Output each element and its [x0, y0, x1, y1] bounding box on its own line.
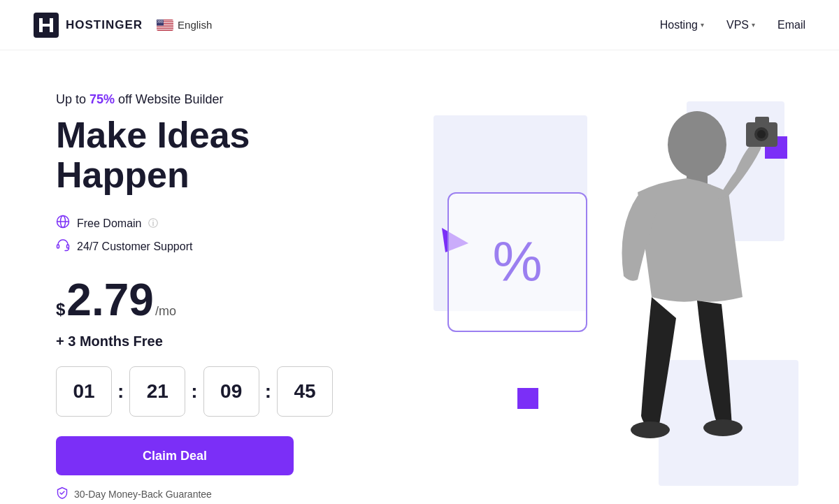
svg-point-31 — [668, 111, 726, 178]
svg-point-18 — [161, 21, 162, 22]
hero-headline: Make Ideas Happen — [56, 115, 392, 195]
nav-item-hosting[interactable]: Hosting ▾ — [660, 19, 704, 31]
header: HOSTINGER — [0, 0, 839, 50]
svg-point-25 — [163, 22, 164, 22]
support-label: 24/7 Customer Support — [77, 240, 192, 253]
svg-rect-6 — [157, 27, 173, 28]
promo-text: Up to 75% off Website Builder — [56, 92, 392, 107]
chevron-down-icon: ▾ — [752, 21, 755, 29]
svg-point-22 — [159, 22, 160, 22]
svg-point-21 — [159, 22, 159, 22]
svg-point-36 — [757, 130, 766, 138]
svg-point-11 — [159, 20, 160, 21]
features-list: Free Domain ⓘ 24/7 Customer Support — [56, 215, 392, 255]
svg-point-17 — [160, 21, 161, 22]
language-selector[interactable]: English — [157, 19, 212, 31]
globe-icon — [56, 215, 70, 232]
free-domain-label: Free Domain — [77, 217, 141, 230]
hero-left: Up to 75% off Website Builder Make Ideas… — [56, 92, 392, 502]
chevron-down-icon: ▾ — [701, 21, 704, 29]
price-dollar: $ — [56, 300, 65, 319]
svg-point-9 — [157, 20, 158, 21]
nav-hosting-label: Hosting — [660, 19, 698, 31]
feature-free-domain: Free Domain ⓘ — [56, 215, 392, 232]
svg-point-13 — [162, 20, 162, 21]
percent-symbol: % — [492, 234, 542, 290]
purple-square-bottom — [517, 388, 538, 409]
svg-rect-34 — [755, 117, 769, 125]
nav-item-vps[interactable]: VPS ▾ — [726, 19, 755, 31]
logo-text: HOSTINGER — [66, 18, 143, 32]
svg-point-12 — [161, 20, 162, 21]
svg-point-14 — [163, 20, 164, 21]
svg-point-15 — [158, 21, 159, 22]
svg-rect-7 — [157, 29, 173, 29]
svg-rect-30 — [67, 245, 69, 248]
logo[interactable]: HOSTINGER — [34, 13, 143, 38]
claim-deal-button[interactable]: Claim Deal — [56, 436, 294, 475]
svg-point-16 — [159, 21, 159, 22]
nav-email-label: Email — [777, 19, 805, 31]
nav-item-email[interactable]: Email — [777, 19, 805, 31]
person-illustration — [568, 101, 777, 479]
svg-point-19 — [162, 21, 163, 22]
svg-rect-5 — [157, 25, 173, 26]
countdown-centiseconds: 45 — [277, 366, 333, 417]
bonus-text: + 3 Months Free — [56, 333, 392, 350]
hero-right: % — [392, 94, 805, 500]
price-amount: 2.79 — [66, 278, 154, 322]
countdown-separator-1: : — [117, 380, 124, 403]
header-nav: Hosting ▾ VPS ▾ Email — [660, 19, 805, 31]
svg-point-20 — [157, 22, 158, 22]
main-content: Up to 75% off Website Builder Make Ideas… — [0, 50, 839, 504]
shield-icon — [56, 487, 69, 502]
promo-discount: 75% — [89, 92, 115, 106]
header-left: HOSTINGER — [34, 13, 212, 38]
price-section: $ 2.79 /mo — [56, 278, 392, 322]
language-label: English — [178, 19, 212, 31]
guarantee-section: 30-Day Money-Back Guarantee — [56, 487, 392, 502]
price-display: $ 2.79 /mo — [56, 278, 392, 322]
promo-suffix: off Website Builder — [115, 92, 223, 106]
percent-box: % — [447, 192, 587, 332]
info-icon[interactable]: ⓘ — [148, 217, 158, 230]
price-period: /mo — [155, 304, 176, 319]
countdown-minutes: 21 — [129, 366, 185, 417]
countdown-seconds: 09 — [203, 366, 259, 417]
guarantee-label: 30-Day Money-Back Guarantee — [74, 489, 212, 500]
svg-point-24 — [162, 22, 162, 22]
svg-point-37 — [631, 422, 670, 438]
hostinger-logo-icon — [34, 13, 59, 38]
countdown-separator-3: : — [265, 380, 271, 403]
svg-point-38 — [703, 419, 743, 436]
svg-point-10 — [159, 20, 159, 21]
nav-vps-label: VPS — [726, 19, 749, 31]
svg-rect-29 — [57, 245, 59, 248]
promo-prefix: Up to — [56, 92, 89, 106]
flag-icon — [157, 20, 173, 31]
headset-icon — [56, 238, 70, 255]
feature-support: 24/7 Customer Support — [56, 238, 392, 255]
countdown-separator-2: : — [191, 380, 197, 403]
svg-point-23 — [161, 22, 162, 22]
countdown-timer: 01 : 21 : 09 : 45 — [56, 366, 392, 417]
countdown-hours: 01 — [56, 366, 112, 417]
